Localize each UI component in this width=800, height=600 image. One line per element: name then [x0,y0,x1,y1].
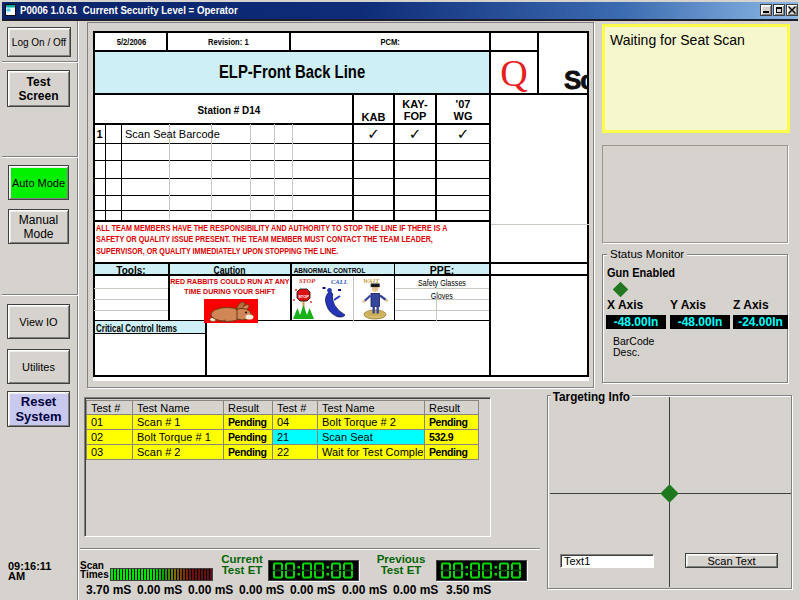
svg-text:WAIT: WAIT [363,277,380,284]
svg-text:STOP: STOP [299,277,316,284]
svg-text:CALL: CALL [331,278,348,285]
svg-text:STOP: STOP [298,294,309,299]
